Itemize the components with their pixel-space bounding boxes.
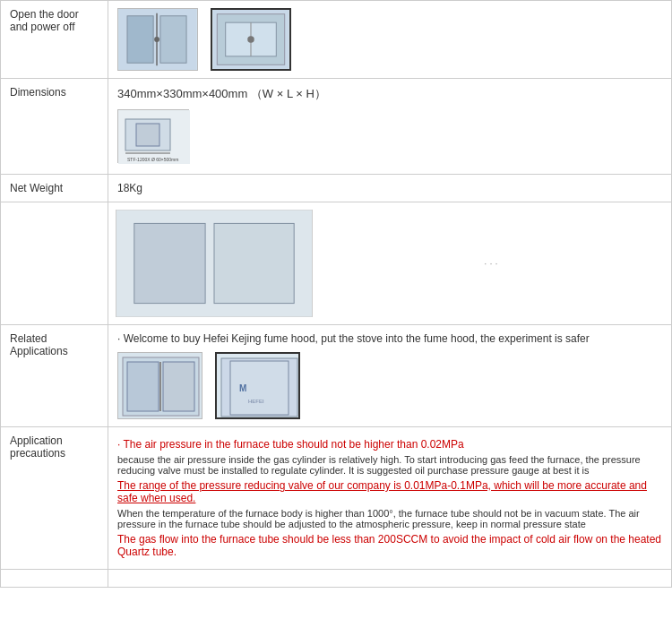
content-video: · · · [108, 202, 672, 325]
video-thumb-1[interactable] [116, 210, 313, 317]
image-open-door-1[interactable] [117, 8, 198, 71]
row-video: · · · [1, 202, 672, 325]
row-open-door: Open the door and power off [1, 1, 672, 79]
label-net-weight: Net Weight [1, 175, 108, 202]
content-open-door [108, 1, 672, 79]
image-open-door-2[interactable] [211, 8, 291, 71]
svg-rect-2 [160, 16, 186, 63]
content-dimensions: 340mm×330mm×400mm （W × L × H） STF-1200X … [108, 79, 672, 175]
content-related-apps: · Welcome to buy Hefei Kejing fume hood,… [108, 325, 672, 427]
dimensions-text: 340mm×330mm×400mm （W × L × H） [117, 86, 662, 102]
label-related-apps: Related Applications [1, 325, 108, 427]
content-net-weight: 18Kg [108, 175, 672, 202]
row-related-apps: Related Applications · Welcome to buy He… [1, 325, 672, 427]
svg-rect-20 [127, 362, 159, 411]
related-image-1[interactable] [117, 352, 202, 419]
row-net-weight: Net Weight 18Kg [1, 175, 672, 202]
svg-rect-21 [163, 362, 194, 411]
content-app-precautions: · The air pressure in the furnace tube s… [108, 427, 672, 570]
row-dimensions: Dimensions 340mm×330mm×400mm （W × L × H）… [1, 79, 672, 175]
label-app-precautions: Application precautions [1, 427, 108, 570]
related-apps-text: · Welcome to buy Hefei Kejing fume hood,… [117, 332, 662, 345]
precaution-item-4: The gas flow into the furnace tube shoul… [117, 533, 662, 558]
svg-rect-17 [214, 223, 294, 303]
svg-text:STF-1200X Ø 60×500mm: STF-1200X Ø 60×500mm [127, 157, 178, 162]
svg-rect-1 [127, 16, 153, 63]
label-open-door: Open the door and power off [1, 1, 108, 79]
net-weight-value: 18Kg [117, 182, 142, 194]
label-bottom-empty [1, 570, 108, 588]
svg-text:M: M [239, 383, 246, 393]
precaution-item-0: · The air pressure in the furnace tube s… [117, 438, 662, 451]
svg-rect-12 [136, 124, 159, 146]
svg-point-9 [247, 36, 254, 43]
dimensions-image[interactable]: STF-1200X Ø 60×500mm [117, 109, 189, 163]
precaution-item-3: When the temperature of the furnace body… [117, 508, 662, 529]
label-dimensions: Dimensions [1, 79, 108, 175]
content-bottom-empty [108, 570, 672, 588]
main-table: Open the door and power off [0, 0, 672, 588]
video-caption: · · · [318, 210, 664, 317]
label-video [1, 202, 108, 325]
related-images-container: M HEFEI [117, 352, 662, 419]
svg-rect-16 [134, 223, 205, 303]
svg-point-4 [154, 37, 159, 42]
row-app-precautions: Application precautions · The air pressu… [1, 427, 672, 570]
related-image-2[interactable]: M HEFEI [215, 352, 300, 419]
row-bottom-empty [1, 570, 672, 588]
precaution-item-1: because the air pressure inside the gas … [117, 454, 662, 476]
svg-text:HEFEI: HEFEI [248, 399, 264, 404]
precaution-item-2: The range of the pressure reducing valve… [117, 479, 662, 504]
